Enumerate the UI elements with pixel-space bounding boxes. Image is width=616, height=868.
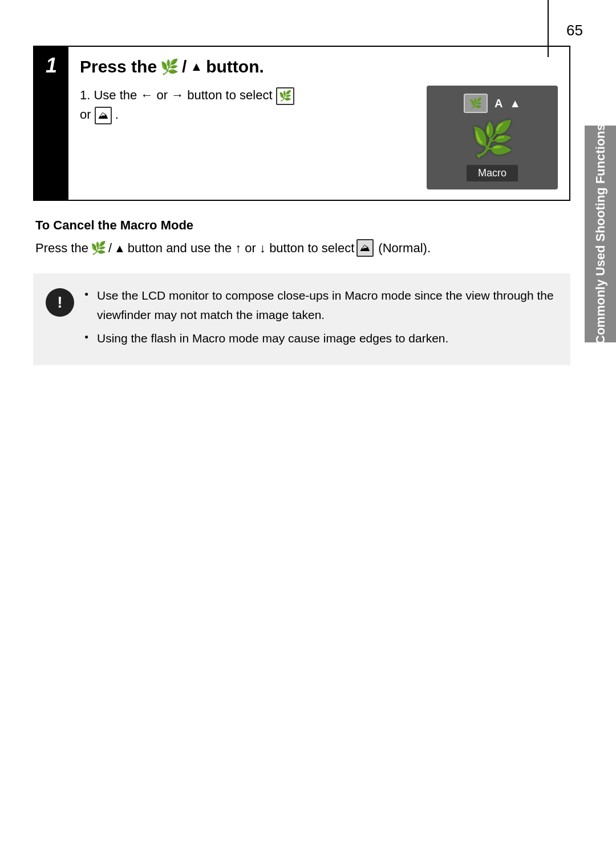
mountain-icon-bar: ▲	[509, 96, 521, 111]
main-content: 1 Press the 🌿 / ▲ button. 1. Use the ← o…	[33, 46, 570, 365]
substep-period: .	[115, 107, 119, 122]
icon-bar: 🌿 A ▲	[464, 94, 521, 113]
step-number: 1	[34, 47, 68, 200]
cancel-suffix: (Normal).	[378, 239, 431, 257]
macro-flower-icon: 🌿	[471, 119, 514, 159]
warning-box: ! Use the LCD monitor to compose close-u…	[33, 273, 570, 365]
step1-box: 1 Press the 🌿 / ▲ button. 1. Use the ← o…	[33, 46, 570, 201]
cancel-mountain-icon: ▲	[114, 240, 125, 257]
slash-title: /	[182, 57, 187, 76]
step-body: 1. Use the ← or → button to select 🌿 or …	[80, 86, 558, 189]
camera-ui-image: 🌿 A ▲ 🌿 Macro	[427, 86, 558, 189]
macro-icon-inline: 🌿	[276, 87, 294, 105]
mountain-bar-icon: ▲	[509, 97, 521, 110]
warning-item-1: Use the LCD monitor to compose close-ups…	[84, 286, 558, 324]
step-title-text: Press the	[80, 57, 157, 76]
warning-icon: !	[46, 288, 74, 317]
warning-content: Use the LCD monitor to compose close-ups…	[84, 286, 558, 353]
auto-icon-bar: A	[495, 96, 502, 111]
cancel-title: To Cancel the Macro Mode	[35, 218, 568, 233]
macro-icon-bar: 🌿	[464, 94, 488, 113]
warning-list: Use the LCD monitor to compose close-ups…	[84, 286, 558, 348]
cancel-macro-icon: 🌿	[91, 239, 106, 257]
step-content: Press the 🌿 / ▲ button. 1. Use the ← or …	[68, 47, 569, 200]
macro-icon-title: 🌿	[160, 58, 179, 76]
sidebar-label: Commonly Used Shooting Functions	[593, 124, 608, 344]
page-number: 65	[566, 22, 583, 39]
step-text: 1. Use the ← or → button to select 🌿 or …	[80, 86, 415, 124]
cancel-prefix: Press the	[35, 239, 88, 257]
cancel-mid: button and use the ↑ or ↓ button to sele…	[128, 239, 354, 257]
step-title: Press the 🌿 / ▲ button.	[80, 57, 558, 76]
substep-or: or	[80, 107, 95, 122]
sidebar-tab: Commonly Used Shooting Functions	[585, 126, 616, 342]
warning-item-2: Using the flash in Macro mode may cause …	[84, 329, 558, 348]
cancel-slash: /	[108, 239, 112, 257]
substep-prefix: 1. Use the ← or → button to select	[80, 88, 276, 102]
cancel-normal-icon: ⛰	[356, 239, 374, 257]
step-title-suffix: button.	[206, 57, 264, 76]
macro-bar-icon: 🌿	[469, 98, 482, 109]
auto-icon: A	[495, 97, 502, 110]
macro-label: Macro	[467, 165, 518, 181]
cancel-text: Press the 🌿 / ▲ button and use the ↑ or …	[35, 239, 568, 257]
mountain-icon-title: ▲	[190, 59, 202, 74]
cancel-section: To Cancel the Macro Mode Press the 🌿 / ▲…	[33, 218, 570, 257]
mountain-icon-inline: ⛰	[95, 107, 112, 124]
exclamation-icon: !	[57, 293, 62, 312]
